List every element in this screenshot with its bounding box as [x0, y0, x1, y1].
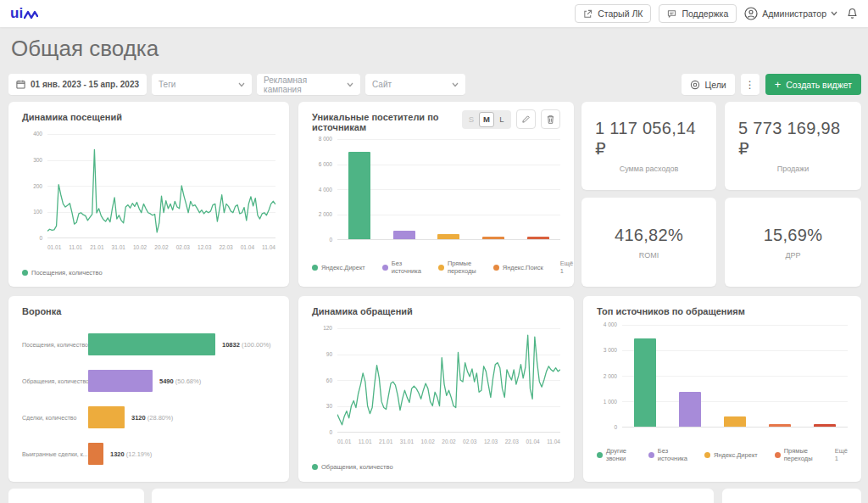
x-axis-tick-label: 01.04: [241, 244, 254, 250]
filter-bar: 01 янв. 2023 - 15 апр. 2023 Теги Рекламн…: [8, 74, 861, 95]
gridline: [337, 432, 560, 433]
bar-slot: [515, 139, 560, 239]
site-select[interactable]: Сайт: [365, 74, 465, 95]
x-axis-tick-label: 12.03: [484, 439, 498, 444]
old-cabinet-button[interactable]: Старый ЛК: [575, 4, 651, 23]
gridline: [622, 427, 848, 428]
funnel-row: Посещения, количество10832 (100.00%): [22, 333, 275, 355]
chart-legend: Другие звонкиБез источникаЯндекс.ДиректП…: [597, 447, 848, 462]
legend-dot-icon: [775, 452, 781, 458]
size-m-button[interactable]: M: [479, 112, 494, 127]
size-l-button[interactable]: L: [494, 112, 509, 127]
legend-item[interactable]: Прямые переходы: [775, 447, 818, 462]
card-top-sources: Топ источников по обращениям 4 0003 0002…: [583, 296, 861, 482]
funnel-value-percent: (100.00%): [240, 341, 271, 349]
kpi-value: 1 117 056,14 ₽: [595, 119, 703, 159]
goals-button[interactable]: Цели: [682, 74, 734, 95]
top-sources-bar-chart: 4 0003 0002 0001 0000 Другие звонкиБез и…: [597, 325, 848, 462]
trash-icon: [546, 115, 555, 125]
chevron-down-icon: [452, 82, 459, 87]
size-s-button[interactable]: S: [464, 112, 479, 127]
external-link-icon: [583, 9, 593, 19]
requests-line-chart: 1209060300 01.0111.0121.0131.0110.0220.0…: [312, 328, 560, 471]
legend-label: Другие звонки: [606, 447, 632, 462]
legend-dot-icon: [312, 464, 318, 470]
kpi-card-drr: 15,69% ДРР: [725, 198, 861, 287]
legend-label: Яндекс.Директ: [714, 451, 758, 459]
y-axis-tick-label: 0: [312, 429, 332, 435]
x-axis-tick-label: 10.02: [133, 244, 147, 250]
legend-label: Посещения, количество: [31, 269, 103, 277]
x-axis-tick-label: 02.03: [176, 244, 190, 250]
legend-more-link[interactable]: Ещё 1: [560, 260, 573, 275]
bar-slot: [622, 325, 667, 427]
funnel-bar: [88, 370, 153, 392]
y-axis: 4 0003 0002 0001 0000: [597, 321, 622, 430]
y-axis: 4003002001000: [22, 131, 47, 241]
create-widget-label: Создать виджет: [786, 80, 852, 90]
x-axis-tick-label: 31.01: [400, 439, 414, 444]
x-axis-tick-label: 01.01: [337, 439, 351, 444]
legend-dot-icon: [648, 452, 654, 458]
x-axis-tick-label: 11.04: [262, 244, 275, 250]
legend-item[interactable]: Посещения, количество: [22, 269, 103, 277]
legend-item[interactable]: Без источника: [648, 447, 687, 462]
visits-line-chart: 4003002001000 01.0111.0121.0131.0110.022…: [22, 134, 275, 277]
funnel-row: Выигранные сделки, к...1320 (12.19%): [22, 443, 275, 465]
top-bar-actions: Старый ЛК Поддержка Администратор: [575, 4, 858, 23]
y-axis-tick-label: 4 000: [312, 187, 332, 193]
legend-item[interactable]: Яндекс.Директ: [312, 264, 365, 271]
legend-dot-icon: [22, 270, 28, 276]
bar: [527, 237, 549, 239]
unique-visitors-bar-chart: 8 0006 0004 0002 0000 Яндекс.ДиректБез и…: [312, 139, 560, 275]
bar-slot: [712, 325, 757, 427]
x-axis-tick-label: 11.01: [359, 439, 372, 444]
x-axis-tick-label: 01.04: [526, 439, 539, 444]
bar-slot: [337, 139, 382, 239]
funnel-bar: [88, 406, 125, 428]
create-widget-button[interactable]: + Создать виджет: [765, 74, 861, 95]
funnel-value-percent: (12.19%): [125, 450, 153, 458]
plot-area: [622, 325, 848, 427]
funnel-value: 1320 (12.19%): [110, 450, 152, 458]
delete-widget-button[interactable]: [541, 109, 560, 129]
date-range-picker[interactable]: 01 янв. 2023 - 15 апр. 2023: [8, 74, 147, 95]
y-axis-tick-label: 60: [312, 377, 332, 383]
x-axis: 01.0111.0121.0131.0110.0220.0202.0312.03…: [47, 244, 275, 250]
legend-more-link[interactable]: Ещё 1: [835, 447, 848, 462]
target-icon: [690, 80, 700, 90]
y-axis-tick-label: 6 000: [312, 161, 332, 167]
calendar-icon: [16, 80, 25, 89]
campaign-select[interactable]: Рекламная кампания: [257, 74, 360, 95]
legend-item[interactable]: Яндекс.Поиск: [493, 264, 543, 271]
legend-item[interactable]: Прямые переходы: [438, 260, 476, 275]
support-button[interactable]: Поддержка: [659, 4, 737, 23]
bars: [337, 139, 560, 239]
user-menu[interactable]: Администратор: [744, 7, 837, 20]
notifications-bell-icon[interactable]: [847, 8, 858, 20]
kpi-card-expenses: 1 117 056,14 ₽ Сумма расходов: [581, 102, 716, 190]
chat-icon: [667, 9, 676, 19]
kpi-card-sales: 5 773 169,98 ₽ Продажи: [725, 102, 861, 190]
logo-text: ui: [10, 5, 23, 22]
legend-item[interactable]: Яндекс.Директ: [704, 451, 758, 459]
y-axis-tick-label: 4 000: [597, 321, 617, 327]
tags-select[interactable]: Теги: [152, 74, 252, 95]
legend-item[interactable]: Обращения, количество: [312, 463, 393, 471]
funnel-value: 5490 (50.68%): [159, 377, 201, 385]
plus-icon: +: [775, 79, 782, 90]
filter-bar-actions: Цели ⋮ + Создать виджет: [682, 74, 861, 95]
funnel-row-label: Выигранные сделки, к...: [22, 451, 88, 457]
legend-dot-icon: [493, 265, 499, 271]
funnel-chart: Посещения, количество10832 (100.00%)Обра…: [22, 333, 275, 465]
funnel-row-label: Сделки, количество: [22, 415, 88, 421]
card-partial: [722, 489, 861, 503]
y-axis-tick-label: 0: [22, 235, 42, 241]
funnel-value-percent: (28.80%): [146, 414, 174, 422]
kpi-label: Сумма расходов: [620, 165, 679, 173]
legend-item[interactable]: Без источника: [382, 260, 421, 275]
edit-widget-button[interactable]: [516, 109, 536, 129]
more-options-kebab-icon[interactable]: ⋮: [741, 74, 760, 95]
legend-item[interactable]: Другие звонки: [597, 447, 632, 462]
x-axis-tick-label: 12.03: [198, 244, 211, 250]
